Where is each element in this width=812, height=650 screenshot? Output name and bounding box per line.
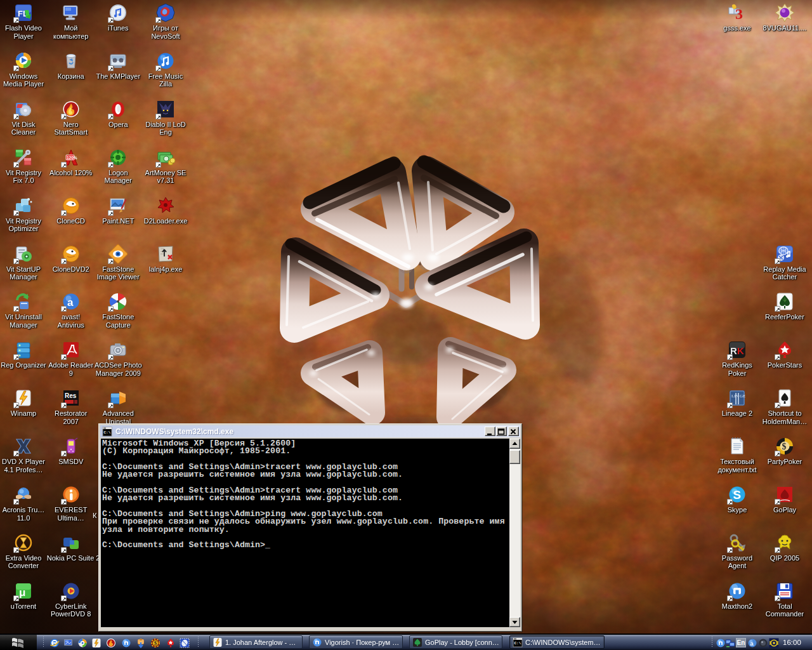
svg-text:$: $ <box>782 442 787 451</box>
svg-text:120%: 120% <box>67 155 77 159</box>
svg-text:a: a <box>750 640 754 647</box>
svg-text:GE: GE <box>740 394 745 399</box>
svg-text:$: $ <box>154 640 157 646</box>
svg-text:LIN: LIN <box>731 394 739 399</box>
svg-text:a: a <box>67 296 74 308</box>
svg-text:μ: μ <box>19 587 25 599</box>
svg-text:C:\: C:\ <box>104 430 111 435</box>
svg-text:K: K <box>737 345 744 356</box>
svg-text:S: S <box>733 488 742 501</box>
svg-text:3: 3 <box>735 6 743 22</box>
svg-text:C:\: C:\ <box>514 641 521 646</box>
svg-text:Res: Res <box>65 392 77 399</box>
